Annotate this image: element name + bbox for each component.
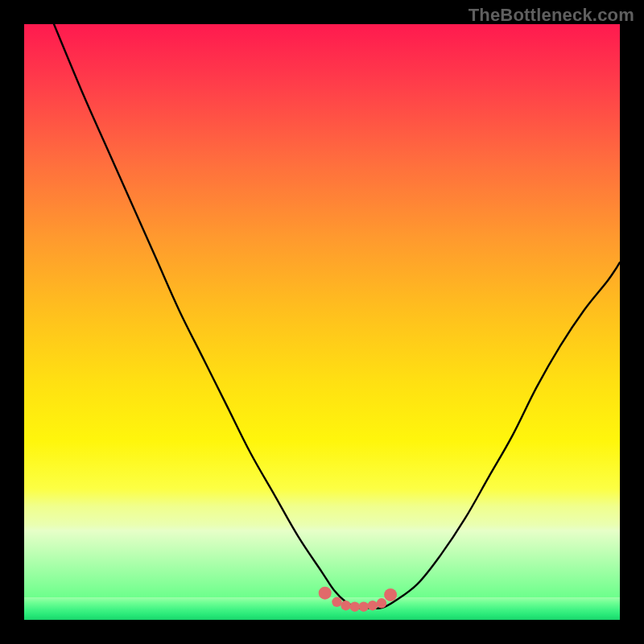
attribution-text: TheBottleneck.com	[469, 5, 634, 26]
marker-dot	[359, 602, 369, 612]
marker-dot	[350, 602, 360, 612]
marker-dot	[368, 601, 378, 610]
chart-frame: TheBottleneck.com	[0, 0, 644, 644]
marker-dot	[332, 597, 341, 607]
plot-area	[24, 24, 620, 620]
marker-dot	[377, 598, 386, 608]
marker-dot	[341, 601, 350, 610]
bottleneck-chart	[24, 24, 620, 620]
marker-dot	[384, 588, 397, 601]
marker-cluster	[319, 587, 397, 612]
bottleneck-curve-line	[54, 24, 620, 609]
marker-dot	[319, 587, 332, 600]
